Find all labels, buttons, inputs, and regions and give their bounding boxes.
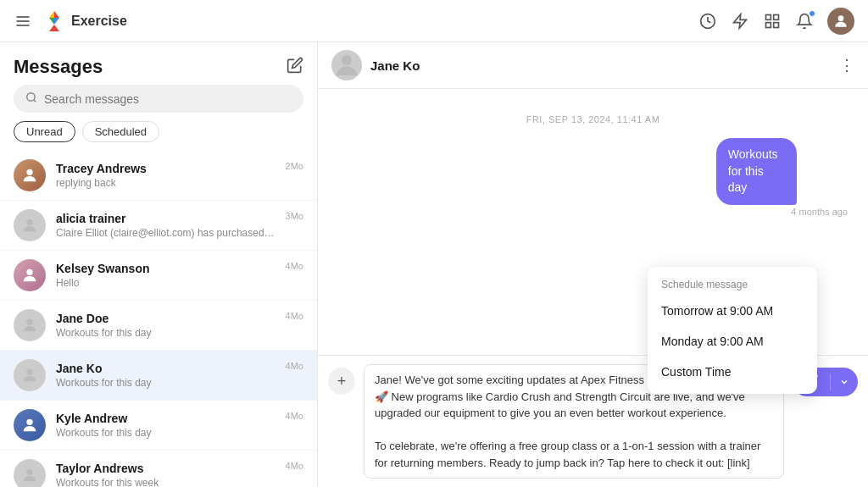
grid-icon[interactable]: [763, 12, 782, 30]
chat-avatar: [331, 50, 362, 80]
chat-header: Jane Ko ⋮: [318, 42, 868, 89]
msg-preview: Workouts for this week: [56, 477, 275, 487]
date-label: FRI, SEP 13, 2024, 11:41 AM: [335, 114, 851, 125]
add-attachment-button[interactable]: +: [328, 368, 355, 395]
message-bubble: Workouts for this day 4 months ago: [716, 138, 851, 217]
list-item[interactable]: Taylor Andrews Workouts for this week 4M…: [0, 451, 317, 487]
search-box: [14, 85, 303, 113]
svg-point-15: [27, 93, 35, 101]
msg-preview: Workouts for this day: [56, 377, 275, 389]
msg-info: alicia trainer Claire Elliot (claire@ell…: [56, 212, 275, 239]
msg-name: alicia trainer: [56, 212, 275, 225]
avatar: [14, 359, 46, 391]
avatar: [14, 309, 46, 341]
svg-point-23: [26, 469, 32, 475]
msg-time: 4Mo: [286, 261, 303, 271]
msg-info: Kelsey Swanson Hello: [56, 262, 275, 289]
msg-time: 4Mo: [286, 311, 303, 321]
svg-rect-13: [774, 22, 779, 27]
list-item[interactable]: alicia trainer Claire Elliot (claire@ell…: [0, 201, 317, 251]
message-row-outgoing: Workouts for this day 4 months ago: [335, 138, 851, 217]
sidebar-title: Messages: [14, 56, 103, 78]
avatar: [14, 259, 46, 291]
svg-marker-5: [49, 18, 54, 25]
search-input[interactable]: [44, 92, 292, 106]
svg-point-19: [26, 269, 32, 275]
send-dropdown-button[interactable]: [831, 368, 858, 396]
filter-scheduled[interactable]: Scheduled: [82, 121, 159, 142]
list-item[interactable]: Tracey Andrews replying back 2Mo: [0, 151, 317, 201]
filter-unread[interactable]: Unread: [14, 121, 75, 142]
list-item-active[interactable]: Jane Ko Workouts for this day 4Mo: [0, 351, 317, 401]
schedule-option-tomorrow[interactable]: Tomorrow at 9:00 AM: [648, 296, 817, 326]
svg-point-20: [26, 319, 32, 325]
msg-name: Tracey Andrews: [56, 162, 275, 175]
sidebar-header: Messages: [0, 42, 317, 85]
svg-rect-10: [766, 14, 771, 19]
svg-point-17: [26, 169, 32, 175]
list-item[interactable]: Kelsey Swanson Hello 4Mo: [0, 251, 317, 301]
avatar: [14, 159, 46, 191]
msg-name: Kyle Andrew: [56, 412, 275, 425]
msg-info: Taylor Andrews Workouts for this week: [56, 462, 275, 487]
bubble-text: Workouts for this day: [716, 138, 798, 205]
msg-info: Kyle Andrew Workouts for this day: [56, 412, 275, 439]
svg-marker-4: [49, 11, 54, 18]
logo-icon: [42, 9, 66, 33]
compose-button[interactable]: [287, 57, 303, 77]
list-item[interactable]: Jane Doe Workouts for this day 4Mo: [0, 301, 317, 351]
schedule-option-custom[interactable]: Custom Time: [648, 357, 817, 387]
msg-name: Jane Ko: [56, 362, 275, 375]
chat-contact-name: Jane Ko: [370, 58, 420, 73]
svg-line-16: [34, 100, 36, 102]
schedule-dropdown: Schedule message Tomorrow at 9:00 AM Mon…: [648, 267, 817, 394]
msg-time: 3Mo: [286, 211, 303, 221]
avatar: [14, 409, 46, 441]
msg-name: Jane Doe: [56, 312, 275, 325]
schedule-option-monday[interactable]: Monday at 9:00 AM: [648, 326, 817, 357]
svg-marker-7: [49, 25, 59, 31]
msg-preview: replying back: [56, 177, 275, 189]
list-item[interactable]: Kyle Andrew Workouts for this day 4Mo: [0, 401, 317, 451]
avatar: [14, 209, 46, 241]
svg-point-18: [26, 219, 32, 225]
chat-more-options-button[interactable]: ⋮: [839, 56, 854, 75]
chat-area: Jane Ko ⋮ FRI, SEP 13, 2024, 11:41 AM Wo…: [318, 42, 868, 487]
sidebar: Messages Unread Scheduled Tracey Andrew: [0, 42, 318, 487]
avatar: [14, 459, 46, 487]
schedule-dropdown-title: Schedule message: [648, 274, 817, 296]
svg-marker-3: [54, 11, 59, 18]
msg-time: 2Mo: [286, 161, 303, 171]
app-name: Exercise: [71, 14, 127, 29]
chat-header-left: Jane Ko: [331, 50, 420, 80]
msg-info: Tracey Andrews replying back: [56, 162, 275, 189]
svg-point-25: [342, 55, 352, 65]
msg-name: Kelsey Swanson: [56, 262, 275, 275]
msg-preview: Workouts for this day: [56, 427, 275, 439]
svg-rect-11: [774, 14, 779, 19]
msg-preview: Claire Elliot (claire@elliot.com) has pu…: [56, 227, 275, 239]
notification-dot: [809, 10, 815, 17]
bell-icon[interactable]: [795, 12, 814, 30]
svg-point-14: [838, 15, 844, 21]
main-layout: Messages Unread Scheduled Tracey Andrew: [0, 42, 868, 487]
svg-point-22: [26, 419, 32, 425]
clock-icon[interactable]: [698, 12, 717, 30]
bolt-icon[interactable]: [731, 12, 749, 30]
svg-rect-12: [766, 22, 771, 27]
svg-point-21: [26, 369, 32, 375]
user-avatar[interactable]: [827, 8, 854, 35]
search-icon: [25, 91, 37, 106]
hamburger-menu-icon[interactable]: [14, 12, 32, 30]
msg-time: 4Mo: [286, 411, 303, 421]
msg-preview: Workouts for this day: [56, 327, 275, 339]
svg-marker-9: [734, 14, 747, 28]
msg-info: Jane Ko Workouts for this day: [56, 362, 275, 389]
msg-time: 4Mo: [286, 461, 303, 471]
msg-preview: Hello: [56, 277, 275, 289]
app-logo: Exercise: [42, 9, 127, 33]
msg-name: Taylor Andrews: [56, 462, 275, 475]
message-list: Tracey Andrews replying back 2Mo alicia …: [0, 151, 317, 487]
bubble-meta: 4 months ago: [716, 207, 848, 217]
msg-info: Jane Doe Workouts for this day: [56, 312, 275, 339]
